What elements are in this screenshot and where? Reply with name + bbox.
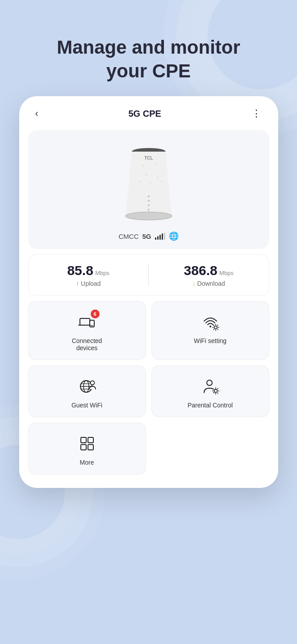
download-speed: 386.8 Mbps ↓ Download	[149, 263, 269, 287]
router-image: TCL	[113, 139, 184, 224]
more-icon	[76, 433, 98, 454]
svg-point-26	[90, 381, 94, 385]
svg-point-9	[148, 195, 150, 197]
svg-point-1	[142, 165, 144, 167]
device-area: TCL CMCC 5G 🌐	[28, 130, 269, 249]
wifi-setting-label: WiFi setting	[194, 337, 226, 344]
screen-title: 5G CPE	[128, 109, 161, 119]
download-label: Download	[197, 280, 225, 287]
svg-point-11	[148, 204, 150, 206]
upload-arrow-icon: ↑	[76, 280, 79, 287]
svg-rect-30	[81, 437, 86, 443]
guest-wifi-card[interactable]: Guest WiFi	[28, 365, 146, 417]
svg-point-2	[155, 163, 156, 165]
upload-value: 85.8	[67, 263, 93, 278]
upload-unit: Mbps	[95, 270, 109, 276]
connected-devices-card[interactable]: 6 Connecteddevices	[28, 301, 146, 360]
connected-devices-badge: 6	[91, 309, 100, 318]
download-value: 386.8	[184, 263, 218, 278]
more-menu-button[interactable]: ⋮	[248, 106, 266, 121]
svg-point-6	[150, 183, 151, 185]
parental-control-card[interactable]: Parental Control	[151, 365, 269, 417]
download-unit: Mbps	[219, 270, 234, 276]
generation-label: 5G	[142, 233, 151, 240]
globe-icon: 🌐	[169, 231, 179, 241]
svg-point-18	[209, 326, 211, 327]
connected-devices-icon: 6	[76, 311, 98, 333]
download-arrow-icon: ↓	[192, 280, 196, 287]
guest-wifi-label: Guest WiFi	[71, 402, 102, 409]
speed-card: 85.8 Mbps ↑ Upload 386.8 Mbps ↓ Download	[28, 254, 269, 296]
svg-point-10	[148, 200, 150, 202]
more-card[interactable]: More	[28, 423, 146, 475]
more-label: More	[80, 459, 94, 466]
svg-rect-15	[80, 318, 90, 325]
network-info: CMCC 5G 🌐	[118, 231, 178, 241]
svg-rect-31	[88, 437, 93, 443]
svg-text:TCL: TCL	[144, 156, 153, 161]
svg-rect-32	[81, 445, 86, 450]
upload-speed: 85.8 Mbps ↑ Upload	[29, 263, 149, 287]
phone-frame: ‹ 5G CPE ⋮ TCL	[19, 96, 278, 488]
connected-devices-label: Connecteddevices	[72, 337, 102, 352]
wifi-setting-card[interactable]: WiFi setting	[151, 301, 269, 360]
parental-control-label: Parental Control	[188, 402, 233, 409]
back-button[interactable]: ‹	[32, 106, 42, 121]
svg-rect-33	[88, 445, 93, 450]
page-headline: Manage and monitor your CPE	[27, 36, 270, 83]
page-title-area: Manage and monitor your CPE	[0, 0, 297, 96]
svg-point-5	[139, 181, 140, 182]
svg-point-12	[148, 209, 150, 211]
parental-control-icon	[200, 376, 221, 397]
wifi-setting-icon	[200, 311, 221, 333]
svg-point-27	[207, 380, 212, 386]
upload-label: Upload	[81, 280, 100, 287]
svg-point-7	[161, 181, 163, 182]
signal-bars	[155, 233, 165, 240]
operator-label: CMCC	[118, 233, 138, 240]
feature-grid: 6 Connecteddevices WiFi setting	[28, 301, 269, 475]
svg-point-4	[157, 177, 158, 178]
phone-header: ‹ 5G CPE ⋮	[19, 96, 278, 126]
svg-point-3	[146, 174, 147, 176]
guest-wifi-icon	[76, 376, 98, 397]
